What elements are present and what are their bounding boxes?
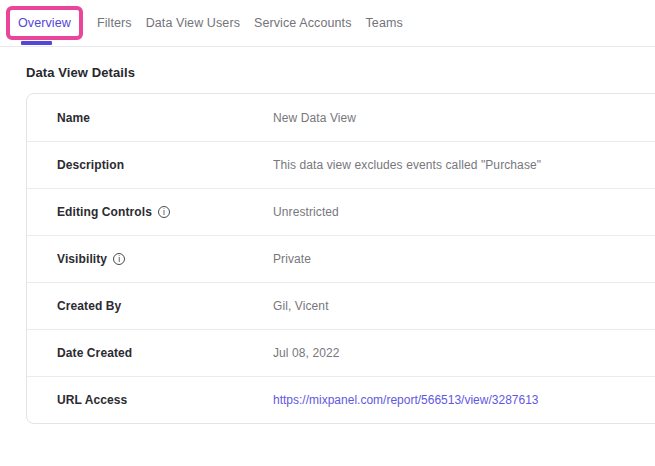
table-row-visibility: Visibility i Private (27, 235, 655, 282)
info-icon[interactable]: i (158, 206, 170, 218)
row-label: Visibility i (57, 252, 273, 266)
table-row-editing-controls: Editing Controls i Unrestricted (27, 188, 655, 235)
row-label-text: Date Created (57, 346, 132, 360)
table-row-url-access: URL Access https://mixpanel.com/report/5… (27, 376, 655, 423)
row-value: Unrestricted (273, 205, 339, 219)
row-value: Private (273, 252, 311, 266)
row-value: New Data View (273, 111, 356, 125)
tab-teams[interactable]: Teams (365, 16, 402, 30)
table-row-description: Description This data view excludes even… (27, 141, 655, 188)
tab-filters[interactable]: Filters (97, 16, 132, 30)
table-row-name: Name New Data View (27, 94, 655, 141)
row-value: Jul 08, 2022 (273, 346, 340, 360)
row-label-text: Editing Controls (57, 205, 152, 219)
tab-overview[interactable]: Overview (18, 16, 71, 30)
row-label-text: Description (57, 158, 124, 172)
details-card: Name New Data View Description This data… (26, 93, 655, 424)
info-icon[interactable]: i (113, 253, 125, 265)
row-value: Gil, Vicent (273, 299, 329, 313)
data-view-settings-page: Overview Filters Data View Users Service… (0, 0, 655, 466)
tab-service-accounts[interactable]: Service Accounts (254, 16, 351, 30)
row-label: Name (57, 111, 273, 125)
row-label: Description (57, 158, 273, 172)
row-label-text: URL Access (57, 393, 127, 407)
row-label-text: Created By (57, 299, 121, 313)
active-tab-indicator (21, 41, 52, 45)
row-value: This data view excludes events called "P… (273, 158, 541, 172)
row-label-text: Visibility (57, 252, 107, 266)
row-label: Created By (57, 299, 273, 313)
row-label: Editing Controls i (57, 205, 273, 219)
table-row-created-by: Created By Gil, Vicent (27, 282, 655, 329)
row-label-text: Name (57, 111, 90, 125)
row-label: URL Access (57, 393, 273, 407)
table-row-date-created: Date Created Jul 08, 2022 (27, 329, 655, 376)
tab-data-view-users[interactable]: Data View Users (146, 16, 240, 30)
page-title: Data View Details (26, 65, 655, 80)
tab-bar: Overview Filters Data View Users Service… (0, 0, 655, 47)
url-access-link[interactable]: https://mixpanel.com/report/566513/view/… (273, 393, 539, 407)
row-label: Date Created (57, 346, 273, 360)
annotation-highlight: Overview (6, 6, 83, 40)
